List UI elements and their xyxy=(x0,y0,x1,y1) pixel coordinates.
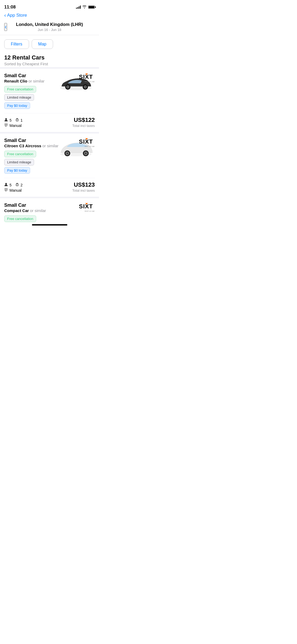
person-icon-1 xyxy=(4,118,8,122)
svg-point-13 xyxy=(6,124,7,125)
spec-transmission-1: Manual xyxy=(4,123,23,128)
passenger-count-1: 5 xyxy=(10,118,12,122)
car-specs-2: 5 2 Manual xyxy=(4,183,23,192)
person-icon-2 xyxy=(4,183,8,187)
svg-point-15 xyxy=(6,126,7,127)
svg-point-14 xyxy=(7,124,8,125)
price-label-1: Total incl taxes xyxy=(72,124,95,128)
appstore-label: App Store xyxy=(7,13,27,18)
car-card-1[interactable]: Small Car Renault Clio or similar SIXT r… xyxy=(0,67,99,132)
badge-row-1: Free cancellation Limited mileage Pay $0… xyxy=(4,86,54,109)
svg-point-25 xyxy=(67,153,68,154)
car-specs-1: 5 1 Manual xyxy=(4,118,23,128)
car-price-2: US$123 Total incl taxes xyxy=(72,181,95,192)
car-model-1: Renault Clio or similar xyxy=(4,79,45,83)
badge-pay-today-1: Pay $0 today xyxy=(4,102,30,109)
car-card-header-2: Small Car Citroen C3 Aircross or similar… xyxy=(4,138,95,148)
luggage-count-1: 1 xyxy=(21,118,23,122)
svg-point-32 xyxy=(5,188,6,189)
badge-limited-mileage-1: Limited mileage xyxy=(4,94,34,101)
sixt-tagline-3: rent a car xyxy=(84,210,95,212)
spec-passengers-luggage-1: 5 1 xyxy=(4,118,23,122)
badge-free-cancellation-3: Free cancellation xyxy=(4,215,36,222)
car-details-row-1: 5 1 Manual US$122 Total incl taxes xyxy=(4,113,95,132)
price-label-2: Total incl taxes xyxy=(72,188,95,192)
signal-icon xyxy=(76,6,81,9)
status-bar: 11:08 xyxy=(0,0,99,12)
car-card-3[interactable]: Small Car Compact Car or similar SIXT re… xyxy=(0,197,99,222)
luggage-icon-2 xyxy=(15,183,19,187)
transmission-icon-1 xyxy=(4,123,8,128)
home-indicator xyxy=(0,222,99,227)
status-icons xyxy=(76,5,95,9)
wifi-icon xyxy=(82,5,87,9)
car-category-2: Small Car xyxy=(4,138,58,143)
car-price-1: US$122 Total incl taxes xyxy=(72,117,95,128)
sixt-tagline-2: rent a car xyxy=(84,145,95,148)
svg-point-12 xyxy=(5,124,6,125)
battery-icon xyxy=(88,6,95,9)
page-header: ‹ London, United Kingdom (LHR) Jun 16 - … xyxy=(0,20,99,35)
sixt-brand-3: SIXT rent a car xyxy=(79,203,95,212)
results-sort: Sorted by Cheapest First xyxy=(4,62,95,66)
car-details-row-2: 5 2 Manual US$123 Total incl taxes xyxy=(4,178,95,197)
svg-text:SIXT: SIXT xyxy=(79,203,93,210)
svg-text:SIXT: SIXT xyxy=(79,73,93,80)
svg-point-8 xyxy=(85,86,86,88)
transmission-icon-2 xyxy=(4,188,8,192)
svg-point-29 xyxy=(5,183,7,185)
location-title: London, United Kingdom (LHR) xyxy=(4,22,95,27)
badge-pay-today-2: Pay $0 today xyxy=(4,167,30,174)
badge-limited-mileage-2: Limited mileage xyxy=(4,159,34,165)
appstore-nav-bar: ‹ App Store xyxy=(0,12,99,20)
results-count: 12 Rental Cars xyxy=(4,54,95,61)
car-card-header-1: Small Car Renault Clio or similar SIXT r… xyxy=(4,73,95,83)
car-info-3: Small Car Compact Car or similar xyxy=(4,203,46,213)
filters-button[interactable]: Filters xyxy=(4,39,29,49)
appstore-back-button[interactable]: ‹ App Store xyxy=(4,12,27,18)
spec-transmission-2: Manual xyxy=(4,188,23,192)
svg-point-33 xyxy=(6,188,7,189)
sixt-brand-2: SIXT rent a car xyxy=(79,138,95,148)
car-model-2: Citroen C3 Aircross or similar xyxy=(4,144,58,148)
svg-point-34 xyxy=(7,188,8,189)
luggage-count-2: 2 xyxy=(21,183,23,187)
car-card-2[interactable]: Small Car Citroen C3 Aircross or similar… xyxy=(0,132,99,197)
badge-free-cancellation-1: Free cancellation xyxy=(4,86,36,93)
home-bar xyxy=(32,224,67,226)
car-info-1: Small Car Renault Clio or similar xyxy=(4,73,45,83)
svg-point-28 xyxy=(85,153,87,154)
car-info-2: Small Car Citroen C3 Aircross or similar xyxy=(4,138,58,148)
badge-free-cancellation-2: Free cancellation xyxy=(4,151,36,157)
svg-text:SIXT: SIXT xyxy=(79,138,93,145)
map-button[interactable]: Map xyxy=(32,39,53,49)
luggage-icon-1 xyxy=(15,118,19,122)
chevron-left-icon: ‹ xyxy=(4,12,6,18)
car-category-3: Small Car xyxy=(4,203,46,208)
sixt-logo-3: SIXT xyxy=(79,203,95,210)
price-amount-1: US$122 xyxy=(72,117,95,123)
car-card-header-3: Small Car Compact Car or similar SIXT re… xyxy=(4,203,95,213)
price-amount-2: US$123 xyxy=(72,181,95,188)
svg-point-9 xyxy=(5,118,7,120)
badge-row-2: Free cancellation Limited mileage Pay $0… xyxy=(4,151,54,174)
date-range: Jun 16 - Jun 18 xyxy=(4,28,95,32)
passenger-count-2: 5 xyxy=(10,183,12,187)
transmission-label-2: Manual xyxy=(10,188,22,192)
transmission-label-1: Manual xyxy=(10,123,22,128)
svg-point-5 xyxy=(67,86,68,88)
header-content: London, United Kingdom (LHR) Jun 16 - Ju… xyxy=(4,22,95,32)
sixt-tagline-1: rent a car xyxy=(84,80,95,83)
car-category-1: Small Car xyxy=(4,73,45,79)
sixt-brand-1: SIXT rent a car xyxy=(79,73,95,83)
results-header: 12 Rental Cars Sorted by Cheapest First xyxy=(0,52,99,67)
back-button[interactable]: ‹ xyxy=(4,23,7,31)
status-time: 11:08 xyxy=(4,4,16,10)
sixt-logo-2: SIXT xyxy=(79,138,95,145)
car-model-3: Compact Car or similar xyxy=(4,208,46,213)
spec-passengers-luggage-2: 5 2 xyxy=(4,183,23,187)
svg-point-35 xyxy=(6,191,7,191)
sixt-logo-1: SIXT xyxy=(79,73,95,80)
filter-row: Filters Map xyxy=(0,35,99,52)
